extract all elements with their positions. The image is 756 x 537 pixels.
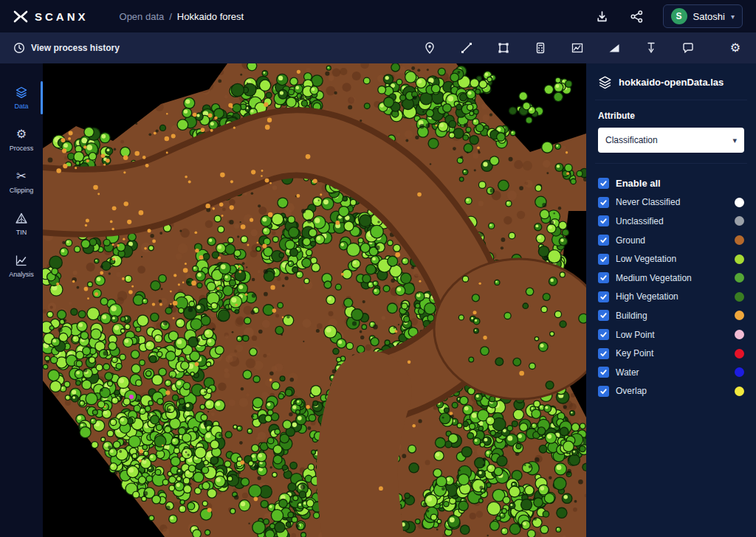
class-checkbox[interactable] [598,329,609,340]
legend-color-swatch [735,367,744,377]
dataset-filename: hokkaido-openData.las [619,77,724,88]
slope-icon [608,41,621,55]
legend-enable-all-row: Enable all [598,174,744,193]
height-measure-tool-button[interactable] [644,41,659,55]
analysis-chart-icon [15,254,28,267]
legend-color-swatch [735,254,744,264]
topbar-actions: S Satoshi ▾ [594,4,743,28]
legend-label: Key Point [616,348,653,358]
class-checkbox[interactable] [598,348,609,359]
attribute-selected-value: Classification [605,135,658,145]
legend-label: Low Point [616,330,655,340]
marker-tool-button[interactable] [422,41,437,55]
point-cloud-viewport[interactable] [43,63,586,537]
legend-item-water: Water [598,363,744,382]
legend-color-swatch [735,292,744,302]
legend-item-ground: Ground [598,231,744,250]
sidebar-item-label: Clipping [10,187,34,194]
legend-item-medium-vegetation: Medium Vegetation [598,268,744,288]
calculator-tool-button[interactable] [533,41,548,55]
legend-color-swatch [735,198,744,207]
divider [595,100,747,100]
sidebar-item-analysis[interactable]: Analysis [0,245,43,287]
class-checkbox[interactable] [598,291,609,302]
sidebar-item-label: TIN [16,229,27,236]
class-checkbox[interactable] [598,235,609,246]
viewport-container [43,63,586,537]
class-checkbox[interactable] [598,272,609,283]
sidebar-item-process[interactable]: ⚙ Process [0,119,43,161]
class-checkbox[interactable] [598,197,609,208]
sidebar-item-label: Process [10,145,34,152]
legend-label: Unclassified [616,216,664,226]
app-window: SCANX Open data / Hokkaido forest [0,0,756,537]
legend-item-low-point: Low Point [598,325,744,344]
legend-color-swatch [735,273,744,283]
logo-text: SCANX [35,10,89,23]
legend-label: Overlap [616,386,647,396]
attribute-select[interactable]: Classification ▾ [598,128,744,153]
user-menu[interactable]: S Satoshi ▾ [663,4,743,28]
legend-item-never-classified: Never Classified [598,193,744,212]
legend-color-swatch [735,235,744,245]
legend-item-high-vegetation: High Vegetation [598,288,744,307]
polygon-select-tool-button[interactable] [496,41,511,55]
gear-icon: ⚙ [730,41,740,55]
measure-line-tool-button[interactable] [459,41,474,55]
legend-label: Water [616,367,639,378]
comment-tool-button[interactable] [681,41,695,55]
class-checkbox[interactable] [598,310,609,321]
profile-chart-tool-button[interactable] [570,41,585,55]
legend-item-key-point: Key Point [598,344,744,363]
sidebar-item-clipping[interactable]: ✂ Clipping [0,161,43,203]
legend-label: Ground [616,235,645,246]
legend-label: Medium Vegetation [616,273,692,283]
layers-icon [598,75,612,89]
attribute-label: Attribute [598,111,744,121]
history-clock-icon [13,42,25,54]
sidebar-item-data[interactable]: Data [0,77,43,119]
chevron-down-icon: ▾ [731,13,735,21]
breadcrumb-current: Hokkaido forest [177,11,244,22]
class-checkbox[interactable] [598,367,609,378]
class-checkbox[interactable] [598,254,609,265]
share-icon [630,10,644,24]
gears-icon: ⚙ [16,128,27,141]
calculator-icon [534,41,547,55]
class-checkbox[interactable] [598,215,609,226]
measure-line-icon [460,41,473,55]
slope-tool-button[interactable] [607,41,622,55]
scissors-icon: ✂ [16,170,26,183]
enable-all-checkbox[interactable] [598,178,609,189]
legend-color-swatch [735,387,744,396]
left-sidebar: Data ⚙ Process ✂ Clipping TIN [0,63,43,537]
share-button[interactable] [628,8,645,25]
class-checkbox[interactable] [598,386,609,397]
profile-chart-icon [571,41,584,55]
export-button[interactable] [594,8,611,25]
classification-legend: Enable all Never Classified Unclassified… [598,174,744,401]
legend-item-unclassified: Unclassified [598,212,744,231]
export-icon [595,10,609,24]
tool-group: ⚙ [422,41,743,55]
settings-button[interactable]: ⚙ [728,41,743,55]
view-process-history-button[interactable]: View process history [13,42,120,54]
legend-color-swatch [735,330,744,339]
layers-icon [15,86,28,99]
tin-mesh-icon [15,212,28,225]
sidebar-item-tin[interactable]: TIN [0,203,43,245]
breadcrumb: Open data / Hokkaido forest [120,11,244,22]
sidebar-item-label: Analysis [9,271,34,278]
breadcrumb-root[interactable]: Open data [120,11,165,22]
user-name: Satoshi [693,11,725,22]
file-header: hokkaido-openData.las [598,75,744,89]
scanx-logo-icon [13,10,28,23]
legend-color-swatch [735,349,744,358]
legend-label: Never Classified [616,197,680,207]
legend-label: Enable all [616,178,661,189]
top-bar: SCANX Open data / Hokkaido forest [0,0,756,32]
legend-label: Building [616,311,647,321]
comment-icon [681,41,695,55]
avatar: S [671,8,687,24]
legend-label: High Vegetation [616,291,678,302]
